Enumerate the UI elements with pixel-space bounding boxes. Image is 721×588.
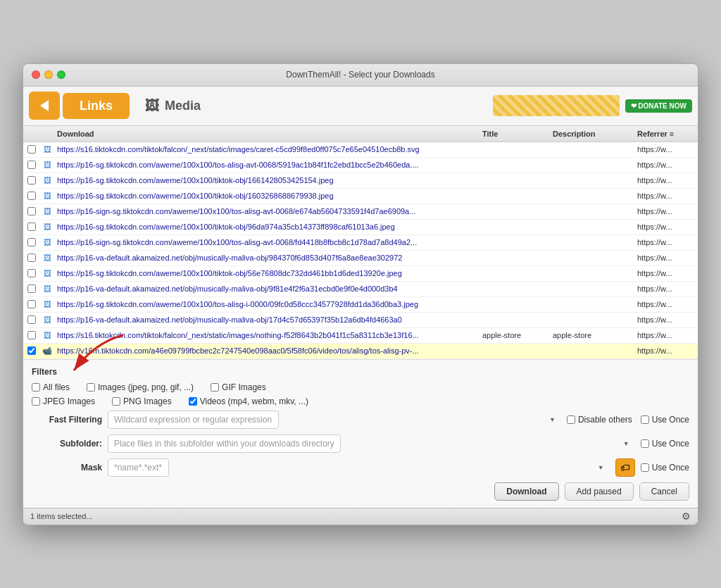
row-checkbox-12[interactable] [23, 331, 40, 339]
fast-filter-use-once-check[interactable]: Use Once [641, 415, 689, 425]
fast-filtering-checks: Disable others Use Once [567, 415, 689, 425]
subfolder-label: Subfolder: [32, 439, 102, 449]
filter-all-files[interactable]: All files [32, 382, 70, 392]
row-ref: https://w... [634, 144, 698, 155]
subfolder-use-once-check[interactable]: Use Once [641, 439, 689, 449]
filter-videos[interactable]: Videos (mp4, webm, mkv, ...) [189, 396, 308, 406]
fast-filtering-row: Fast Filtering Wildcard expression or re… [32, 411, 689, 429]
mask-use-once-checkbox[interactable] [641, 463, 649, 472]
row-ref: https://w... [634, 283, 698, 294]
filter-jpeg-checkbox[interactable] [32, 397, 40, 406]
filter-videos-label: Videos (mp4, webm, mkv, ...) [200, 396, 308, 406]
row-check-input[interactable] [27, 192, 36, 200]
row-desc [550, 272, 634, 275]
row-checkbox-0[interactable] [23, 145, 40, 154]
mask-row: Mask *name*.*ext* 🏷 Use Once [32, 458, 689, 477]
tab-links[interactable]: Links [63, 93, 130, 119]
row-checkbox-11[interactable] [23, 315, 40, 324]
donate-button[interactable]: ❤ DONATE NOW [625, 99, 692, 113]
mask-select[interactable]: *name*.*ext* [108, 458, 169, 477]
filter-gif-checkbox[interactable] [211, 383, 219, 392]
subfolder-checks: Use Once [641, 439, 689, 449]
row-check-input[interactable] [27, 238, 36, 246]
row-checkbox-10[interactable] [23, 300, 40, 308]
row-check-input[interactable] [27, 207, 36, 215]
row-checkbox-9[interactable] [23, 284, 40, 293]
filter-jpeg[interactable]: JPEG Images [32, 396, 95, 406]
row-check-input[interactable] [27, 284, 36, 293]
row-check-input[interactable] [27, 269, 36, 277]
row-check-input[interactable] [27, 315, 36, 324]
row-checkbox-5[interactable] [23, 223, 40, 231]
row-ref: https://w... [634, 206, 698, 217]
row-desc [550, 318, 634, 321]
row-checkbox-8[interactable] [23, 269, 40, 277]
row-desc [550, 194, 634, 197]
minimize-button[interactable] [44, 70, 53, 79]
close-button[interactable] [32, 70, 40, 79]
row-type-icon: 📹 [40, 346, 54, 356]
fast-filtering-label: Fast Filtering [32, 415, 102, 425]
subfolder-use-once-checkbox[interactable] [641, 439, 649, 448]
filter-images-checkbox[interactable] [87, 383, 95, 392]
row-checkbox-2[interactable] [23, 176, 40, 184]
button-row: Download Add paused Cancel [32, 482, 689, 503]
row-check-input[interactable] [27, 176, 36, 184]
fast-filter-use-once-checkbox[interactable] [641, 415, 649, 424]
table-row: 🖼 https://p16-va-default.akamaized.net/o… [23, 282, 698, 297]
row-url: https://p16-va-default.akamaized.net/obj… [54, 252, 479, 263]
row-check-input[interactable] [27, 300, 36, 308]
row-check-input[interactable] [27, 346, 36, 355]
status-text: 1 items selected... [30, 512, 93, 520]
mask-use-once-label: Use Once [652, 463, 689, 473]
row-check-input[interactable] [27, 254, 36, 262]
row-desc [550, 349, 634, 352]
filter-png-checkbox[interactable] [112, 397, 120, 406]
maximize-button[interactable] [57, 70, 65, 79]
row-type-icon: 🖼 [40, 207, 54, 215]
fast-filter-use-once-label: Use Once [652, 415, 689, 425]
row-check-input[interactable] [27, 331, 36, 339]
filter-videos-checkbox[interactable] [189, 397, 197, 406]
filter-images[interactable]: Images (jpeg, png, gif, ...) [87, 382, 194, 392]
row-url: https://p16-sg.tiktokcdn.com/aweme/100x1… [54, 221, 479, 232]
filter-all-files-checkbox[interactable] [32, 383, 40, 392]
row-check-input[interactable] [27, 145, 36, 154]
row-title: apple-store [479, 330, 550, 341]
th-checkbox [23, 128, 40, 139]
row-ref: https://w... [634, 330, 698, 341]
row-ref: https://w... [634, 190, 698, 201]
filter-gif[interactable]: GIF Images [211, 382, 266, 392]
fast-filtering-select[interactable]: Wildcard expression or regular expressio… [108, 411, 279, 429]
row-desc [550, 179, 634, 182]
row-url: https://p16-sign-sg.tiktokcdn.com/aweme/… [54, 237, 479, 248]
row-checkbox-6[interactable] [23, 238, 40, 246]
disable-others-check[interactable]: Disable others [567, 415, 632, 425]
row-title [479, 163, 550, 166]
row-url: https://s16.tiktokcdn.com/tiktok/falcon/… [54, 144, 479, 155]
th-referrer: Referrer ≡ [634, 128, 698, 139]
download-button[interactable]: Download [494, 482, 558, 501]
tab-media[interactable]: 🖼 Media [131, 92, 215, 120]
disable-others-checkbox[interactable] [567, 415, 575, 424]
mask-use-once-check[interactable]: Use Once [641, 463, 689, 473]
back-button[interactable] [29, 92, 60, 120]
row-checkbox-3[interactable] [23, 192, 40, 200]
row-type-icon: 🖼 [40, 284, 54, 293]
row-ref: https://w... [634, 299, 698, 310]
row-title [479, 256, 550, 259]
add-paused-button[interactable]: Add paused [565, 482, 634, 501]
filter-png[interactable]: PNG Images [112, 396, 172, 406]
disable-others-label: Disable others [578, 415, 632, 425]
row-checkbox-1[interactable] [23, 161, 40, 169]
row-checkbox-13[interactable] [23, 346, 40, 355]
tag-button[interactable]: 🏷 [615, 458, 635, 477]
row-checkbox-4[interactable] [23, 207, 40, 215]
cancel-button[interactable]: Cancel [639, 482, 689, 501]
gear-icon[interactable]: ⚙ [682, 511, 691, 522]
row-check-input[interactable] [27, 223, 36, 231]
row-checkbox-7[interactable] [23, 254, 40, 262]
row-desc: apple-store [550, 330, 634, 341]
subfolder-select[interactable]: Place files in this subfolder within you… [108, 434, 341, 453]
row-check-input[interactable] [27, 161, 36, 169]
